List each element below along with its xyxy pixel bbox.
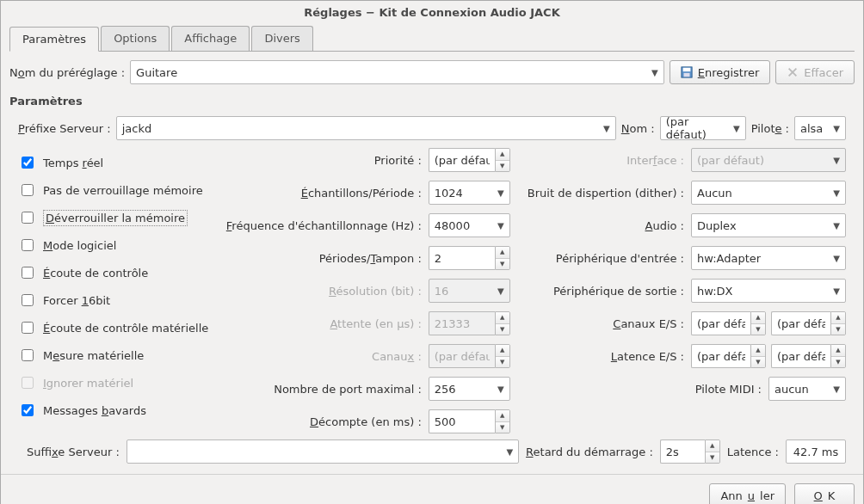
io-chan-in-spin[interactable]: ▲▼ [691, 311, 766, 335]
tab-parametres[interactable]: Paramètres [9, 27, 99, 52]
chevron-down-icon: ▼ [833, 221, 840, 230]
middle-column: Priorité :▲▼ Échantillons/Période :1024▼… [226, 147, 510, 434]
tab-divers[interactable]: Divers [251, 26, 312, 51]
output-dev-label: Périphérique de sortie : [553, 285, 684, 298]
channels-label: Canaux : [372, 350, 422, 363]
chk-verbose[interactable]: Messages bavards [18, 400, 209, 421]
wait-spin: ▲▼ [429, 311, 510, 335]
chevron-down-icon: ▼ [497, 384, 504, 394]
spinner-up-icon[interactable]: ▲ [751, 345, 765, 357]
tab-affichage[interactable]: Affichage [171, 26, 250, 51]
frames-label: Échantillons/Période : [301, 187, 422, 200]
suffix-label: Suffixe Serveur : [27, 446, 120, 458]
tab-bar: Paramètres Options Affichage Divers [9, 26, 855, 52]
spinner-up-icon[interactable]: ▲ [496, 247, 509, 259]
srate-combo[interactable]: 48000▼ [429, 213, 510, 237]
spinner-down-icon[interactable]: ▼ [706, 452, 719, 464]
chevron-down-icon: ▼ [651, 68, 658, 77]
priority-spin[interactable]: ▲▼ [429, 148, 510, 172]
chk-nomemlock[interactable]: Pas de verrouillage mémoire [18, 180, 209, 200]
res-combo: 16▼ [429, 279, 510, 303]
chk-unlockmem[interactable]: Déverrouiller la mémoire [18, 207, 209, 228]
spinner-up-icon[interactable]: ▲ [751, 312, 765, 324]
chevron-down-icon: ▼ [497, 221, 504, 230]
name-combo[interactable]: (par défaut) ▼ [660, 116, 746, 140]
chk-hwmon[interactable]: Écoute de contrôle matérielle [18, 317, 209, 338]
driver-combo[interactable]: alsa ▼ [794, 116, 846, 140]
io-chan-out-spin[interactable]: ▲▼ [771, 311, 846, 335]
spinner-down-icon[interactable]: ▼ [751, 357, 765, 368]
server-prefix-label: Préfixe Serveur : [18, 122, 111, 135]
io-chan-label: Canaux E/S : [613, 317, 684, 330]
chk-force16[interactable]: Forcer 16bit [18, 290, 209, 310]
chk-monitor[interactable]: Écoute de contrôle [18, 262, 209, 283]
spinner-down-icon[interactable]: ▼ [496, 422, 509, 433]
maxport-combo[interactable]: 256▼ [429, 377, 510, 401]
spinner-down-icon: ▼ [496, 357, 509, 368]
spinner-up-icon[interactable]: ▲ [496, 149, 509, 161]
spinner-down-icon[interactable]: ▼ [496, 161, 509, 172]
chevron-down-icon: ▼ [833, 254, 840, 263]
input-dev-combo[interactable]: hw:Adapter▼ [691, 246, 846, 270]
checkbox-column: Temps réel Pas de verrouillage mémoire D… [18, 147, 209, 434]
spinner-up-icon: ▲ [496, 345, 509, 357]
save-icon [681, 66, 693, 78]
chevron-down-icon: ▼ [733, 124, 740, 133]
spinner-up-icon[interactable]: ▲ [831, 345, 845, 357]
periods-spin[interactable]: ▲▼ [429, 246, 510, 270]
priority-label: Priorité : [374, 154, 422, 167]
latency-display [786, 439, 846, 464]
spinner-down-icon[interactable]: ▼ [496, 259, 509, 270]
spinner-down-icon: ▼ [496, 324, 509, 335]
tab-options[interactable]: Options [101, 26, 170, 51]
spinner-up-icon[interactable]: ▲ [706, 440, 719, 452]
params-columns: Temps réel Pas de verrouillage mémoire D… [9, 147, 855, 434]
name-label: Nom : [621, 122, 655, 135]
startup-delay-spin[interactable]: ▲▼ [660, 439, 720, 464]
periods-label: Périodes/Tampon : [319, 252, 422, 265]
chevron-down-icon: ▼ [497, 188, 504, 198]
latency-label: Latence : [727, 446, 779, 458]
chevron-down-icon: ▼ [833, 124, 840, 133]
chevron-down-icon: ▼ [833, 188, 840, 198]
window-title: Réglages − Kit de Connexion Audio JACK [1, 1, 863, 26]
maxport-label: Nombre de port maximal : [274, 383, 422, 396]
right-column: Interface :(par défaut)▼ Bruit de disper… [528, 147, 846, 434]
srate-label: Fréquence d'échantillonnage (Hz) : [226, 219, 422, 232]
server-prefix-value: jackd [122, 122, 152, 135]
chk-realtime[interactable]: Temps réel [18, 152, 209, 173]
output-dev-combo[interactable]: hw:DX▼ [691, 279, 846, 303]
section-title: Paramètres [9, 95, 855, 108]
server-prefix-row: Préfixe Serveur : jackd ▼ Nom : (par déf… [9, 116, 855, 140]
ok-button[interactable]: OK [794, 483, 855, 504]
suffix-combo[interactable]: ▼ [127, 439, 519, 464]
dither-combo[interactable]: Aucun▼ [691, 181, 846, 205]
cancel-button[interactable]: Annuler [709, 483, 786, 504]
audio-combo[interactable]: Duplex▼ [691, 213, 846, 237]
spinner-up-icon[interactable]: ▲ [496, 410, 509, 422]
countdown-spin[interactable]: ▲▼ [429, 409, 510, 433]
delete-button: Effacer [775, 60, 855, 84]
spinner-down-icon[interactable]: ▼ [751, 324, 765, 335]
spinner-down-icon[interactable]: ▼ [831, 357, 845, 368]
io-lat-in-spin[interactable]: ▲▼ [691, 344, 766, 368]
save-button[interactable]: EEnregistrernregistrer [670, 60, 771, 84]
dialog-footer: Annuler OK [1, 474, 863, 504]
preset-value: Guitare [136, 66, 177, 79]
startup-delay-label: Retard du démarrage : [526, 446, 653, 458]
res-label: Résolution (bit) : [329, 285, 422, 298]
preset-combo[interactable]: Guitare ▼ [130, 60, 664, 84]
io-lat-out-spin[interactable]: ▲▼ [771, 344, 846, 368]
frames-combo[interactable]: 1024▼ [429, 181, 510, 205]
svg-rect-2 [683, 73, 689, 77]
wait-label: Attente (en µs) : [330, 317, 421, 330]
chk-softmode[interactable]: Mode logiciel [18, 235, 209, 255]
server-prefix-combo[interactable]: jackd ▼ [116, 116, 616, 140]
midi-combo[interactable]: aucun▼ [768, 377, 846, 401]
spinner-up-icon[interactable]: ▲ [831, 312, 845, 324]
preset-row: Nom du préréglage : Guitare ▼ EEnregistr… [9, 60, 855, 84]
spinner-down-icon[interactable]: ▼ [831, 324, 845, 335]
chk-hwmeter[interactable]: Mesure matérielle [18, 345, 209, 366]
input-dev-label: Périphérique d'entrée : [556, 252, 684, 265]
chevron-down-icon: ▼ [506, 447, 513, 457]
